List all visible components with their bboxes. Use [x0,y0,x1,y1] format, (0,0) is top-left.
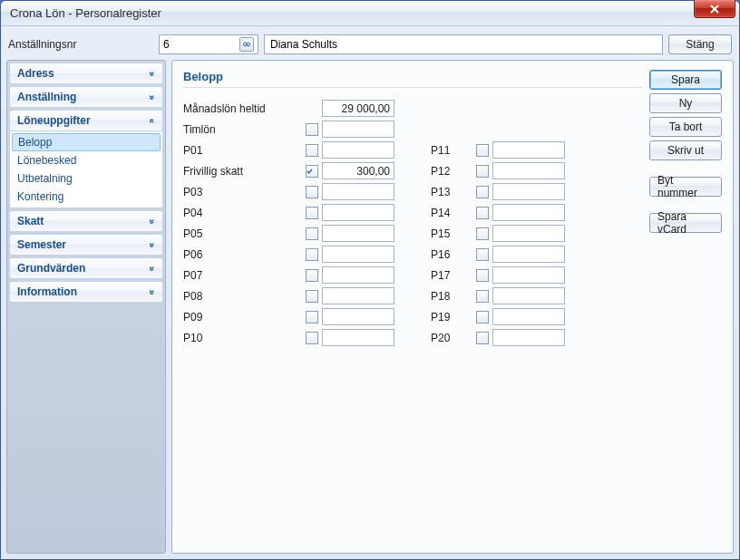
left-4-label: P04 [183,207,306,219]
left-9-checkbox[interactable] [306,311,318,323]
left-5-checkbox[interactable] [306,227,318,240]
left-8-checkbox[interactable] [306,290,318,303]
close-icon [710,5,719,14]
sidebar-section-label: Grundvärden [17,262,85,275]
right-3-label: P14 [431,207,476,219]
right-8-input[interactable] [492,308,565,325]
left-3-input[interactable] [322,183,394,200]
right-9-row: P20 [431,328,565,347]
sidebar-item-utbetalning[interactable]: Utbetalning [10,169,162,188]
employee-id-value: 6 [163,38,170,51]
left-2-row: Frivillig skatt [183,161,394,180]
chevron-down-icon: » [148,266,158,271]
left-1-input[interactable] [322,141,394,159]
sidebar-section-label: Löneuppgifter [17,114,91,127]
left-6-input[interactable] [322,246,394,263]
chevron-down-icon: » [148,218,158,224]
employee-id-field[interactable]: 6 [159,34,258,54]
sidebar-item-belopp[interactable]: Belopp [12,133,161,151]
right-7-label: P18 [431,290,476,303]
change-number-button[interactable]: Byt nummer [649,177,722,197]
right-0-checkbox[interactable] [476,144,489,157]
right-5-input[interactable] [492,246,565,263]
right-8-checkbox[interactable] [476,311,489,323]
left-6-row: P06 [183,245,394,264]
right-7-checkbox[interactable] [476,290,489,303]
sidebar-section-label: Information [17,285,77,298]
left-9-input[interactable] [322,308,394,325]
right-6-input[interactable] [492,266,565,284]
right-2-input[interactable] [492,183,565,200]
lookup-button[interactable] [239,37,254,52]
right-4-input[interactable] [492,225,565,242]
right-9-checkbox[interactable] [476,332,489,344]
right-3-row: P14 [431,203,565,222]
sidebar: Adress»Anställning»Löneuppgifter«BeloppL… [6,60,166,554]
sidebar-section-information[interactable]: Information» [9,281,163,303]
right-1-input[interactable] [492,162,565,179]
employee-name-field[interactable]: Diana Schults [264,34,663,54]
monthly-salary-input[interactable] [322,100,394,117]
sidebar-section-grundvärden[interactable]: Grundvärden» [9,257,163,279]
right-9-input[interactable] [492,329,565,346]
sidebar-section-löneuppgifter[interactable]: Löneuppgifter« [9,110,163,131]
left-4-input[interactable] [322,204,394,221]
sidebar-section-skatt[interactable]: Skatt» [9,210,163,232]
left-4-checkbox[interactable] [306,207,318,219]
left-9-row: P09 [183,307,394,326]
monthly-salary-label: Månadslön heltid [183,102,306,115]
right-7-input[interactable] [492,287,565,304]
chevron-down-icon: » [148,289,158,294]
print-button[interactable]: Skriv ut [649,140,722,160]
sidebar-section-anställning[interactable]: Anställning» [9,86,163,108]
new-button[interactable]: Ny [649,93,722,113]
left-6-checkbox[interactable] [306,248,318,261]
left-10-checkbox[interactable] [306,332,318,344]
left-7-checkbox[interactable] [306,269,318,282]
right-2-checkbox[interactable] [476,186,489,198]
left-2-checkbox[interactable] [306,165,318,178]
sidebar-item-lönebesked[interactable]: Lönebesked [10,151,162,169]
sidebar-section-label: Adress [17,67,54,80]
chevron-down-icon: » [148,71,158,76]
left-0-checkbox[interactable] [306,123,318,136]
left-10-input[interactable] [322,329,394,346]
right-3-checkbox[interactable] [476,207,489,219]
right-6-checkbox[interactable] [476,269,489,282]
right-0-input[interactable] [492,141,565,159]
binoculars-icon [242,40,251,49]
panel-title: Belopp [183,70,642,88]
right-4-checkbox[interactable] [476,227,489,240]
main-area: Adress»Anställning»Löneuppgifter«BeloppL… [6,60,734,554]
sidebar-section-adress[interactable]: Adress» [9,63,163,84]
window-title: Crona Lön - Personalregister [10,6,161,20]
save-vcard-button[interactable]: Spara vCard [649,213,722,233]
sidebar-section-label: Anställning [17,91,76,103]
left-7-input[interactable] [322,266,394,284]
left-8-input[interactable] [322,287,394,304]
sidebar-section-semester[interactable]: Semester» [9,234,163,256]
close-button[interactable]: Stäng [668,34,732,54]
right-5-row: P16 [431,245,565,264]
sidebar-item-kontering[interactable]: Kontering [10,188,162,206]
right-5-checkbox[interactable] [476,248,489,261]
right-3-input[interactable] [492,204,565,221]
delete-button[interactable]: Ta bort [649,117,722,137]
right-8-label: P19 [431,311,476,323]
left-0-label: Timlön [183,123,306,136]
right-9-label: P20 [431,332,476,344]
left-3-checkbox[interactable] [306,186,318,198]
left-2-input[interactable] [322,162,394,179]
left-1-label: P01 [183,144,306,157]
left-0-input[interactable] [322,121,394,138]
window-close-button[interactable] [694,0,735,18]
chevron-down-icon: » [148,94,158,100]
left-1-checkbox[interactable] [306,144,318,157]
left-5-input[interactable] [322,225,394,242]
left-9-label: P09 [183,311,306,323]
right-1-checkbox[interactable] [476,165,489,178]
save-button[interactable]: Spara [649,70,722,90]
right-1-label: P12 [431,165,476,178]
left-0-row: Timlön [183,120,394,139]
employee-name-value: Diana Schults [270,38,337,51]
